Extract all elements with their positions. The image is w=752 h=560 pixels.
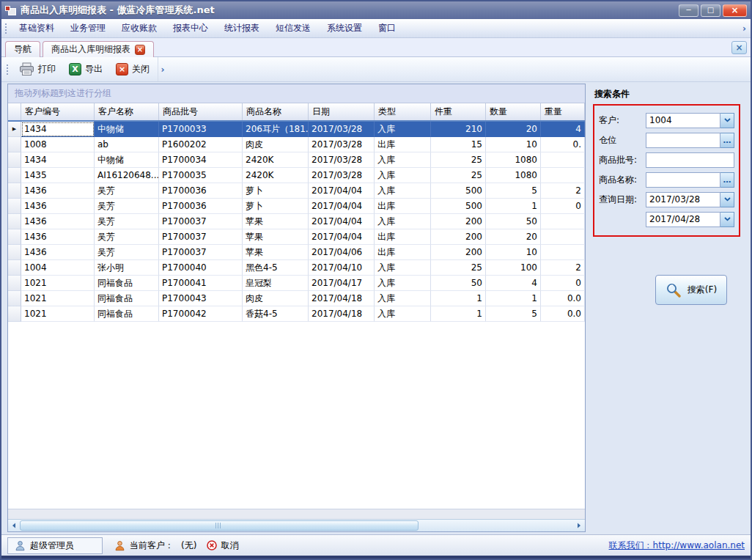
- cell: 210: [431, 122, 486, 137]
- menu-item-5[interactable]: 短信发送: [268, 19, 319, 37]
- cell: 苹果: [243, 214, 309, 229]
- tab-close-icon[interactable]: ×: [135, 45, 145, 55]
- cell: 1080: [486, 168, 541, 183]
- current-customer-label: 当前客户：: [130, 539, 174, 552]
- toolbar-grip-handle[interactable]: [6, 64, 10, 75]
- tabstrip-close-icon[interactable]: ×: [731, 41, 747, 54]
- product-batch-input[interactable]: [646, 152, 734, 168]
- toolbar-overflow-icon[interactable]: ›: [158, 57, 167, 81]
- table-row[interactable]: 1004张小明P1700040黑色4-52017/04/10入库251002: [8, 260, 585, 276]
- tab-navigation[interactable]: 导航: [5, 41, 40, 57]
- table-row[interactable]: 1436吴芳P1700037苹果2017/04/06出库20010: [8, 245, 585, 260]
- cancel-button[interactable]: 取消: [207, 539, 238, 552]
- menu-grip-handle[interactable]: [4, 23, 8, 34]
- column-header-8[interactable]: 重量: [541, 103, 585, 120]
- table-row[interactable]: 1436吴芳P1700036萝卜2017/04/04入库50052: [8, 183, 585, 199]
- row-indicator: [8, 214, 21, 229]
- cell: 2017/04/17: [309, 276, 375, 291]
- date-from-dropdown-icon[interactable]: [720, 192, 734, 207]
- table-row[interactable]: 1021同福食品P1700041皇冠梨2017/04/17入库5040: [8, 276, 585, 291]
- table-row[interactable]: 1436吴芳P1700037苹果2017/04/04入库20050: [8, 214, 585, 229]
- toolbar-close-button[interactable]: ×关闭: [109, 60, 156, 78]
- warehouse-slot-ellipsis-icon[interactable]: …: [720, 133, 734, 148]
- column-header-2[interactable]: 商品批号: [159, 103, 243, 120]
- cell: 2017/04/04: [309, 229, 375, 245]
- cell: 5: [486, 306, 541, 322]
- cell: 20: [486, 122, 541, 137]
- row-indicator: [8, 306, 21, 322]
- maximize-button[interactable]: □: [701, 4, 720, 17]
- cell: 入库: [375, 152, 431, 168]
- date-to-dropdown-icon[interactable]: [720, 212, 734, 227]
- table-row[interactable]: 1021同福食品P1700042香菇4-52017/04/18入库150.0: [8, 306, 585, 322]
- warehouse-slot-input[interactable]: [646, 133, 720, 148]
- column-header-4[interactable]: 日期: [309, 103, 375, 120]
- toolbar-print-button[interactable]: 打印: [12, 59, 62, 79]
- row-indicator: [8, 137, 21, 152]
- horizontal-scrollbar[interactable]: [8, 519, 585, 531]
- table-row[interactable]: 1436吴芳P1700036萝卜2017/04/04出库50010: [8, 199, 585, 214]
- scroll-thumb[interactable]: [20, 520, 419, 531]
- date-from-input[interactable]: 2017/03/28: [646, 192, 720, 207]
- cell: 同福食品: [95, 306, 159, 322]
- column-header-5[interactable]: 类型: [375, 103, 431, 120]
- cell: 2420K: [243, 152, 309, 168]
- scroll-right-arrow-icon[interactable]: [573, 520, 585, 531]
- menu-overflow-icon[interactable]: ›: [738, 23, 751, 34]
- table-row[interactable]: 1436吴芳P1700037苹果2017/04/04出库20020: [8, 229, 585, 245]
- close-red-icon: ×: [116, 63, 128, 75]
- menu-item-1[interactable]: 业务管理: [62, 19, 114, 37]
- cell: 吴芳: [95, 199, 159, 214]
- menu-item-6[interactable]: 系统设置: [319, 19, 370, 37]
- cell: 1: [486, 291, 541, 306]
- cell: 15: [431, 137, 486, 152]
- table-row[interactable]: ▶1434中物储P1700033206耳片（181...2017/03/28入库…: [8, 122, 585, 137]
- column-header-3[interactable]: 商品名称: [243, 103, 309, 120]
- cell: 入库: [375, 291, 431, 306]
- cell: 1434: [21, 122, 95, 137]
- cell: 1021: [21, 291, 95, 306]
- column-header-1[interactable]: 客户名称: [95, 103, 159, 120]
- table-row[interactable]: 1008abP1600202肉皮2017/03/28出库15100.: [8, 137, 585, 152]
- close-button[interactable]: ×: [723, 4, 747, 17]
- report-grid: 拖动列标题到这进行分组 客户编号客户名称商品批号商品名称日期类型件重数量重量 ▶…: [7, 84, 586, 532]
- column-header-7[interactable]: 数量: [486, 103, 541, 120]
- tab-report[interactable]: 商品出入库明细报表×: [43, 41, 154, 57]
- grid-header-row: 客户编号客户名称商品批号商品名称日期类型件重数量重量: [8, 103, 585, 122]
- cell: ab: [95, 137, 159, 152]
- product-name-input[interactable]: [646, 172, 720, 188]
- column-header-6[interactable]: 件重: [431, 103, 486, 120]
- date-to-input[interactable]: 2017/04/28: [646, 212, 720, 227]
- cell: 中物储: [95, 122, 159, 137]
- scroll-left-arrow-icon[interactable]: [8, 520, 20, 531]
- menu-item-0[interactable]: 基础资料: [11, 19, 62, 37]
- menu-bar: 基础资料业务管理应收账款报表中心统计报表短信发送系统设置窗口 ›: [1, 19, 751, 38]
- search-button[interactable]: 搜索(F): [655, 275, 727, 305]
- minimize-button[interactable]: ─: [679, 4, 698, 17]
- cell: 1436: [21, 183, 95, 199]
- cell: 2017/03/28: [309, 122, 375, 137]
- table-row[interactable]: 1021同福食品P1700043肉皮2017/04/18入库110.0: [8, 291, 585, 306]
- row-indicator-header: [8, 103, 21, 120]
- column-header-0[interactable]: 客户编号: [21, 103, 95, 120]
- product-name-ellipsis-icon[interactable]: …: [720, 172, 734, 188]
- customer-input[interactable]: 1004: [646, 113, 720, 128]
- customer-dropdown-icon[interactable]: [720, 113, 734, 128]
- menu-item-2[interactable]: 应收账款: [114, 19, 165, 37]
- cell: 1008: [21, 137, 95, 152]
- scroll-track[interactable]: [20, 520, 573, 531]
- menu-items: 基础资料业务管理应收账款报表中心统计报表短信发送系统设置窗口: [11, 19, 404, 37]
- cell: 入库: [375, 306, 431, 322]
- cell: 2: [541, 183, 585, 199]
- toolbar-buttons: 打印X导出×关闭: [12, 59, 156, 79]
- table-row[interactable]: 1435AI16120648...P17000352420K2017/03/28…: [8, 168, 585, 183]
- customer-label: 客户:: [599, 114, 646, 127]
- toolbar-export-button[interactable]: X导出: [62, 60, 109, 78]
- table-row[interactable]: 1434中物储P17000342420K2017/03/28入库251080: [8, 152, 585, 168]
- contact-link[interactable]: 联系我们：http://www.aolan.net: [609, 539, 745, 552]
- menu-item-4[interactable]: 统计报表: [216, 19, 268, 37]
- menu-item-7[interactable]: 窗口: [370, 19, 404, 37]
- menu-item-3[interactable]: 报表中心: [165, 19, 216, 37]
- printer-icon: [19, 62, 34, 76]
- cell: 萝卜: [243, 183, 309, 199]
